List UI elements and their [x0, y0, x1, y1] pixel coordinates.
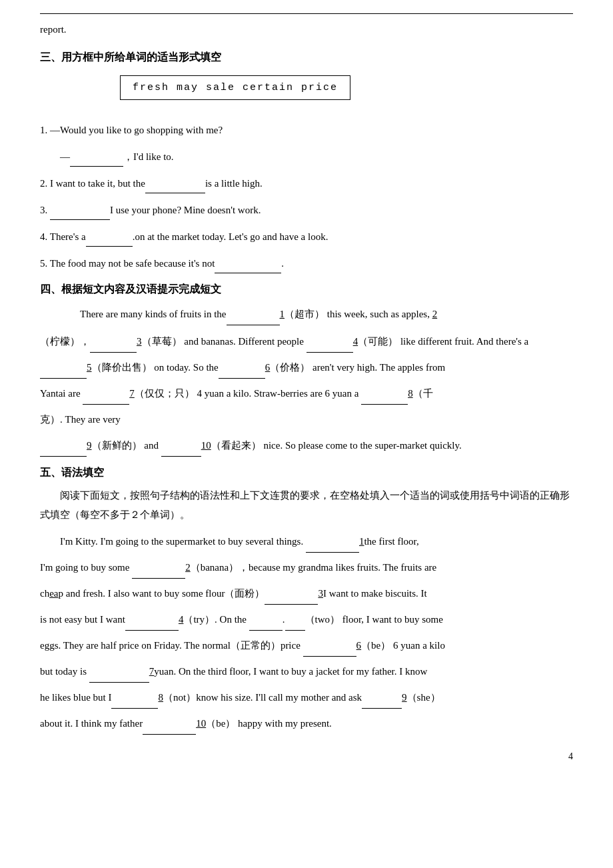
s4-hint10: （看起来） — [211, 440, 261, 451]
s5-cont4b: . On the — [215, 614, 249, 625]
report-text: report. — [40, 21, 573, 39]
s4-cont6: aren't very high. The apples from — [310, 362, 445, 373]
word-box: fresh may sale certain price — [120, 75, 350, 100]
s5-hint9: （she） — [407, 692, 440, 703]
section5-title: 五、语法填空 — [40, 463, 573, 483]
q3-num: 3. — [40, 205, 50, 215]
section4-para2: （柠檬），3（草莓） and bananas. Different people… — [40, 331, 573, 353]
s5-blank9 — [362, 708, 402, 709]
s5-blank6 — [303, 656, 356, 657]
s4-cont3: and bananas. Different people — [182, 336, 306, 347]
s4-blank5 — [40, 378, 87, 379]
s5-blank5 — [249, 630, 283, 631]
section4-para6: 9（新鲜的） and 10（看起来） nice. So please come … — [40, 435, 573, 457]
s4-cont4: like different fruit. And there's a — [398, 336, 528, 347]
s4-cont10: nice. So please come to the super-market… — [261, 440, 462, 451]
s5-para6: but today is 7yuan. On the third floor, … — [40, 661, 573, 683]
s5-hint8: （not） — [163, 692, 196, 703]
question-1: 1. —Would you like to go shopping with m… — [40, 120, 573, 140]
q1-blank — [70, 166, 123, 167]
question-1b: —，I'd like to. — [40, 147, 573, 167]
s5-blank3 — [265, 604, 318, 605]
s5-underline: ea — [49, 588, 58, 599]
q5-num: 5. The food may not be safe because it's… — [40, 258, 215, 269]
s5-blank10 — [143, 734, 196, 735]
s4-hint4: （可能） — [358, 336, 398, 347]
section4-paragraph: There are many kinds of fruits in the1（超… — [40, 303, 573, 325]
s4-num1: 1 — [280, 309, 285, 319]
s5-hint5: （two） — [305, 614, 340, 625]
s5-cont2b: because my grandma likes fruits. The fru… — [249, 562, 436, 573]
q1-end: ，I'd like to. — [123, 151, 174, 162]
s4-hint7: （仅仅；只） — [135, 388, 195, 399]
question-4: 4. There's a.on at the market today. Let… — [40, 227, 573, 247]
s4-blank3 — [90, 352, 137, 353]
s4-hint8: （千 — [413, 388, 433, 399]
s4-blank9 — [40, 456, 87, 457]
question-5: 5. The food may not be safe because it's… — [40, 253, 573, 273]
s5-intro: I'm Kitty. I'm going to the supermarket … — [60, 536, 306, 547]
s5-cont1: the first floor, — [364, 536, 418, 547]
s4-cont5: on today. So the — [152, 362, 219, 373]
s5-blank5b — [285, 630, 305, 631]
s4-blank4 — [306, 352, 353, 353]
s4-cont9: and — [142, 440, 161, 451]
s5-cont7b: know his size. I'll call my mother and a… — [196, 692, 362, 703]
s4-num2: 2 — [432, 309, 438, 319]
s4-hint2: （柠檬）， — [40, 336, 90, 347]
s4-blank6 — [219, 378, 265, 379]
top-divider — [40, 13, 573, 14]
s5-para5: eggs. They are half price on Friday. The… — [40, 635, 573, 657]
s5-cont8a: about it. I think my father — [40, 718, 143, 729]
s5-num10: 10 — [196, 718, 206, 729]
s5-cont3a: ch — [40, 588, 49, 599]
s4-num9: 9 — [87, 440, 92, 451]
s5-cont6b: yuan. On the third floor, I want to buy … — [154, 666, 427, 677]
s4-yantai: Yantai are — [40, 388, 83, 399]
section5-instruction: 阅读下面短文，按照句子结构的语法性和上下文连贯的要求，在空格处填入一个适当的词或… — [40, 486, 573, 524]
s5-num3: 3 — [318, 588, 323, 599]
q4-num: 4. There's a — [40, 231, 86, 242]
question-3: 3. I use your phone? Mine doesn't work. — [40, 200, 573, 220]
question-2: 2. I want to take it, but theis a little… — [40, 173, 573, 193]
s4-hint6: （价格） — [270, 362, 310, 373]
s4-num8: 8 — [408, 388, 413, 399]
q2-num: 2. I want to take it, but the — [40, 178, 145, 189]
s5-num8: 8 — [158, 692, 163, 703]
q1-dash: — — [60, 151, 70, 162]
section4-title: 四、根据短文内容及汉语提示完成短文 — [40, 280, 573, 299]
s4-blank8 — [361, 404, 408, 405]
section4-para5: 克）. They are very — [40, 409, 573, 431]
s5-para2: I'm going to buy some 2（banana），because … — [40, 557, 573, 579]
q1-number: 1. —Would you like to go shopping with m… — [40, 125, 223, 135]
s4-blank1 — [227, 325, 280, 325]
s5-num2: 2 — [185, 562, 191, 573]
s4-num10: 10 — [201, 440, 211, 451]
s5-blank7 — [89, 682, 149, 683]
section4-para4: Yantai are 7（仅仅；只） 4 yuan a kilo. Straw-… — [40, 383, 573, 405]
s4-num7: 7 — [129, 388, 135, 399]
s4-kg: 克）. They are very — [40, 414, 121, 425]
s5-hint10: （be） — [206, 718, 235, 729]
word-box-container: fresh may sale certain price — [40, 75, 573, 111]
s4-hint5: （降价出售） — [92, 362, 152, 373]
s5-blank2 — [132, 578, 185, 579]
section3-title: 三、用方框中所给单词的适当形式填空 — [40, 48, 573, 67]
s5-cont6a: but today is — [40, 666, 89, 677]
s5-cont4c: floor, I want to buy some — [340, 614, 443, 625]
s4-intro: There are many kinds of fruits in the — [60, 309, 227, 319]
s5-para3: cheap and fresh. I also want to buy some… — [40, 583, 573, 605]
s5-cont8b: happy with my present. — [235, 718, 332, 729]
page-number: 4 — [40, 748, 573, 765]
s5-para1: I'm Kitty. I'm going to the supermarket … — [40, 531, 573, 553]
s5-cont2a: I'm going to buy some — [40, 562, 132, 573]
q2-end: is a little high. — [205, 178, 263, 189]
s5-cont5b: 6 yuan a kilo — [390, 640, 445, 651]
s5-num6: 6 — [356, 640, 362, 651]
s5-cont3b: p and fresh. I also want to buy some flo… — [59, 588, 265, 599]
s5-cont5a: eggs. They are half price on Friday. The… — [40, 640, 303, 651]
s5-blank8 — [111, 708, 158, 709]
q4-blank — [86, 246, 133, 247]
s4-blank10 — [161, 456, 201, 457]
s5-cont4a: is not easy but I want — [40, 614, 125, 625]
